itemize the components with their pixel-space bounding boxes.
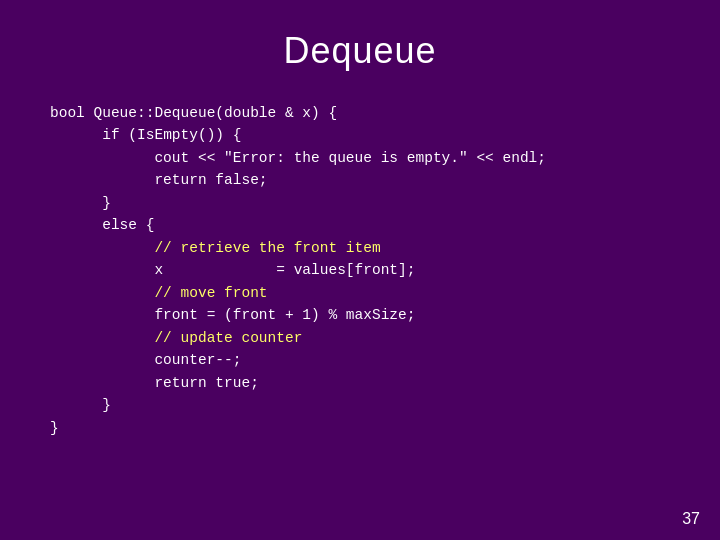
code-line-7: // retrieve the front item <box>50 237 690 259</box>
slide-number: 37 <box>682 510 700 528</box>
code-line-9: // move front <box>50 282 690 304</box>
code-line-10: front = (front + 1) % maxSize; <box>50 304 690 326</box>
code-line-5: } <box>50 192 690 214</box>
code-line-14: } <box>50 394 690 416</box>
code-line-6: else { <box>50 214 690 236</box>
code-line-15: } <box>50 417 690 439</box>
code-block: bool Queue::Dequeue(double & x) { if (Is… <box>30 102 690 439</box>
code-line-1: bool Queue::Dequeue(double & x) { <box>50 102 690 124</box>
code-line-13: return true; <box>50 372 690 394</box>
code-line-3: cout << "Error: the queue is empty." << … <box>50 147 690 169</box>
code-line-4: return false; <box>50 169 690 191</box>
code-line-2: if (IsEmpty()) { <box>50 124 690 146</box>
slide-container: Dequeue bool Queue::Dequeue(double & x) … <box>0 0 720 540</box>
code-line-8: x = values[front]; <box>50 259 690 281</box>
slide-title: Dequeue <box>283 30 436 72</box>
code-line-12: counter--; <box>50 349 690 371</box>
code-line-11: // update counter <box>50 327 690 349</box>
